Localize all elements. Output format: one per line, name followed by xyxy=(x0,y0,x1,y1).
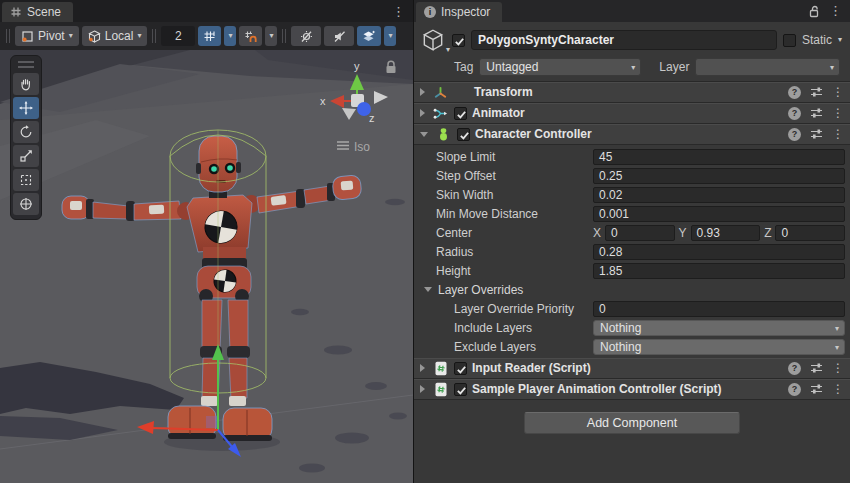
center-z-field[interactable]: 0 xyxy=(775,225,845,241)
handle-rotation-dropdown[interactable]: Local ▾ xyxy=(82,26,148,46)
active-checkbox[interactable] xyxy=(452,34,465,47)
help-icon[interactable]: ? xyxy=(788,383,801,396)
tool-move[interactable] xyxy=(13,97,39,119)
z-axis-label: Z xyxy=(764,226,771,240)
help-icon[interactable]: ? xyxy=(788,362,801,375)
center-x-field[interactable]: 0 xyxy=(605,225,675,241)
scene-kebab-menu-icon[interactable]: ⋮ xyxy=(384,2,413,22)
center-y-field[interactable]: 0.93 xyxy=(691,225,761,241)
kebab-menu-icon[interactable]: ⋮ xyxy=(832,107,844,119)
tool-rotate[interactable] xyxy=(13,121,39,143)
presets-icon[interactable] xyxy=(810,107,823,119)
tool-rect[interactable] xyxy=(13,169,39,191)
snap-magnet-icon xyxy=(244,30,257,43)
tool-scale[interactable] xyxy=(13,145,39,167)
exclude-layers-dropdown[interactable]: Nothing ▾ xyxy=(593,339,845,355)
component-enabled-checkbox[interactable] xyxy=(454,383,467,396)
property-value-field[interactable]: 0.02 xyxy=(593,187,845,203)
foldout-expanded-icon xyxy=(424,287,432,292)
scene-effects-toggle[interactable] xyxy=(357,26,381,46)
component-enabled-checkbox[interactable] xyxy=(454,107,467,120)
component-header-sample-player-animation-controller[interactable]: Sample Player Animation Controller (Scri… xyxy=(414,379,850,400)
scene-audio-toggle[interactable] xyxy=(324,26,354,46)
component-title: Character Controller xyxy=(475,127,592,141)
kebab-menu-icon[interactable]: ⋮ xyxy=(832,383,844,395)
help-icon[interactable]: ? xyxy=(788,128,801,141)
property-value-field[interactable]: 0 xyxy=(593,301,845,317)
lock-icon[interactable] xyxy=(808,5,820,18)
foldout-collapsed-icon[interactable] xyxy=(420,88,425,96)
tab-scene[interactable]: Scene xyxy=(2,2,73,22)
scene-lighting-toggle[interactable] xyxy=(291,26,321,46)
inspector-tab-label: Inspector xyxy=(441,5,490,19)
tag-dropdown[interactable]: Untagged ▾ xyxy=(479,58,641,76)
component-title: Sample Player Animation Controller (Scri… xyxy=(472,382,722,396)
help-icon[interactable]: ? xyxy=(788,86,801,99)
component-header-character-controller[interactable]: Character Controller ? ⋮ xyxy=(414,124,850,145)
inspector-kebab-menu-icon[interactable]: ⋮ xyxy=(829,1,842,21)
grid-icon xyxy=(10,6,22,18)
foldout-collapsed-icon[interactable] xyxy=(420,385,425,393)
property-row-height: Height 1.85 xyxy=(414,261,850,280)
transform-icon xyxy=(432,85,449,100)
foldout-collapsed-icon[interactable] xyxy=(420,109,425,117)
grid-snap-icon xyxy=(203,30,216,43)
property-value-field[interactable]: 0.25 xyxy=(593,168,845,184)
foldout-collapsed-icon[interactable] xyxy=(420,364,425,372)
scene-render[interactable]: y x z Iso xyxy=(0,50,413,483)
property-value-field[interactable]: 0.28 xyxy=(593,244,845,260)
property-value-field[interactable]: 45 xyxy=(593,149,845,165)
property-label: Step Offset xyxy=(436,169,593,183)
grid-size-field[interactable]: 2 xyxy=(161,26,195,46)
property-value-field[interactable]: 0.001 xyxy=(593,206,845,222)
tool-transform[interactable] xyxy=(13,193,39,215)
static-dropdown-caret-icon[interactable]: ▾ xyxy=(838,36,842,44)
component-enabled-checkbox[interactable] xyxy=(454,362,467,375)
snap-options-dropdown[interactable]: ▾ xyxy=(265,26,277,46)
x-axis-label: X xyxy=(593,226,601,240)
property-label: Radius xyxy=(436,245,593,259)
caret-icon: ▾ xyxy=(228,32,232,40)
tab-inspector[interactable]: i Inspector xyxy=(416,2,502,22)
rotate-icon xyxy=(19,125,33,139)
snap-increment-button[interactable] xyxy=(239,26,262,46)
property-value-field[interactable]: 1.85 xyxy=(593,263,845,279)
pivot-dropdown[interactable]: Pivot ▾ xyxy=(15,26,79,46)
grid-visibility-button[interactable] xyxy=(198,26,221,46)
include-layers-dropdown[interactable]: Nothing ▾ xyxy=(593,320,845,336)
exclude-layers-value: Nothing xyxy=(600,340,641,354)
presets-icon[interactable] xyxy=(810,86,823,98)
foldout-expanded-icon[interactable] xyxy=(420,132,428,137)
scene-viewport[interactable]: y x z Iso xyxy=(0,50,413,483)
property-row-include-layers: Include Layers Nothing ▾ xyxy=(414,318,850,337)
presets-icon[interactable] xyxy=(810,383,823,395)
component-header-transform[interactable]: Transform ? ⋮ xyxy=(414,82,850,103)
tool-hand[interactable] xyxy=(13,73,39,95)
component-enabled-checkbox[interactable] xyxy=(457,128,470,141)
component-header-animator[interactable]: Animator ? ⋮ xyxy=(414,103,850,124)
script-icon xyxy=(432,361,449,376)
add-component-button[interactable]: Add Component xyxy=(524,412,740,434)
overlay-drag-handle-icon[interactable] xyxy=(18,61,34,68)
tools-overlay xyxy=(10,55,42,220)
effects-options-dropdown[interactable]: ▾ xyxy=(384,26,396,46)
layer-dropdown[interactable]: ▾ xyxy=(695,58,840,76)
kebab-menu-icon[interactable]: ⋮ xyxy=(832,128,844,140)
gameobject-name-field[interactable]: PolygonSyntyCharacter xyxy=(471,30,777,50)
move-icon xyxy=(19,101,33,115)
grid-options-dropdown[interactable]: ▾ xyxy=(224,26,236,46)
transform-tool-icon xyxy=(19,197,33,211)
component-header-input-reader[interactable]: Input Reader (Script) ? ⋮ xyxy=(414,358,850,379)
static-checkbox[interactable] xyxy=(783,34,796,47)
layer-overrides-foldout[interactable]: Layer Overrides xyxy=(414,280,850,299)
property-label: Min Move Distance xyxy=(436,207,593,221)
kebab-menu-icon[interactable]: ⋮ xyxy=(832,86,844,98)
caret-icon: ▾ xyxy=(835,344,839,352)
rect-tool-icon xyxy=(19,173,33,187)
component-title: Animator xyxy=(472,106,525,120)
help-icon[interactable]: ? xyxy=(788,107,801,120)
presets-icon[interactable] xyxy=(810,128,823,140)
presets-icon[interactable] xyxy=(810,362,823,374)
gameobject-icon[interactable]: ▾ xyxy=(420,27,446,53)
kebab-menu-icon[interactable]: ⋮ xyxy=(832,362,844,374)
